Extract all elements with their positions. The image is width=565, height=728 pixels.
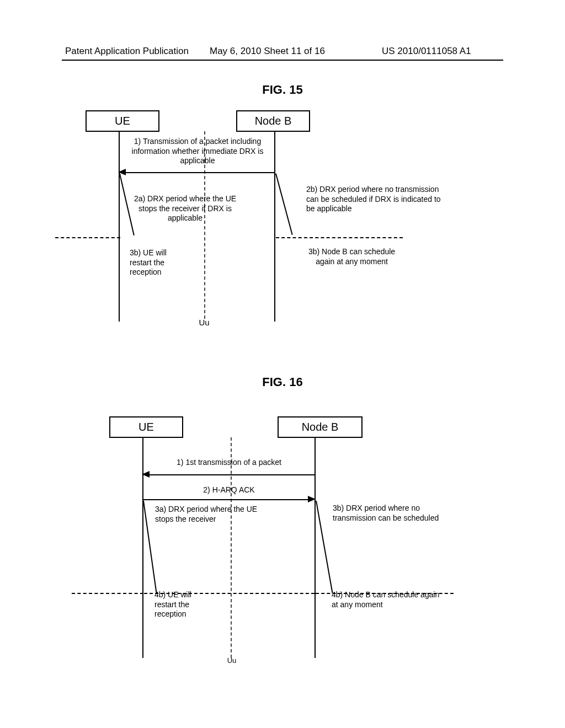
- fig15-step2b-text: 2b) DRX period where no transmission can…: [306, 185, 444, 214]
- fig16-uu-label: Uu: [223, 656, 240, 665]
- fig16-nodeb-lifeline: [315, 437, 316, 658]
- header-right: US 2010/0111058 A1: [382, 46, 471, 57]
- fig15-nodeb-box: Node B: [236, 110, 310, 132]
- fig15-step2a-text: 2a) DRX period where the UE stops the re…: [126, 194, 244, 223]
- fig16-arrow1-head: [142, 471, 150, 478]
- fig16-step4b-text: 4b) Node B can schedule again at any mom…: [332, 590, 442, 609]
- fig16-title: FIG. 16: [0, 375, 565, 389]
- fig16-ue-box: UE: [109, 416, 183, 438]
- fig15-ue-box: UE: [86, 110, 159, 132]
- fig16-step3a-text: 3a) DRX period where the UE stops the re…: [155, 505, 265, 524]
- fig16-step3b-text: 3b) DRX period where no transmission can…: [333, 504, 440, 523]
- header-center: May 6, 2010 Sheet 11 of 16: [210, 46, 325, 57]
- fig15-dash-right: [276, 237, 403, 238]
- fig16-step4a-text: 4b) UE will restart the reception: [154, 590, 215, 619]
- header-rule: [62, 60, 503, 61]
- fig16-step2-text: 2) H-ARQ ACK: [196, 485, 262, 495]
- fig16-note3b-line: [316, 501, 333, 593]
- fig15-uu-label: Uu: [196, 318, 212, 328]
- fig15-dash-left: [55, 237, 120, 238]
- fig15-step3a-text: 3b) UE will restart the reception: [130, 248, 190, 277]
- fig16-center-dash: [231, 437, 232, 658]
- fig15-step1-text: 1) Transmission of a packet including in…: [120, 137, 275, 166]
- fig16-ue-lifeline: [142, 437, 143, 658]
- fig15-arrow1: [121, 172, 274, 173]
- fig15-ue-lifeline: [119, 131, 120, 322]
- fig15-step3b-text: 3b) Node B can schedule again at any mom…: [306, 247, 397, 266]
- fig16-arrow2-head: [308, 496, 316, 502]
- fig16-arrow2: [143, 499, 309, 500]
- fig16-dash-left: [72, 593, 143, 594]
- fig15-title: FIG. 15: [0, 83, 565, 97]
- fig16-arrow1: [145, 474, 315, 475]
- fig15-note2b-line: [275, 173, 293, 235]
- fig16-nodeb-box: Node B: [278, 416, 363, 438]
- header-left: Patent Application Publication: [65, 46, 189, 57]
- fig16-step1-text: 1) 1st transmission of a packet: [166, 458, 292, 468]
